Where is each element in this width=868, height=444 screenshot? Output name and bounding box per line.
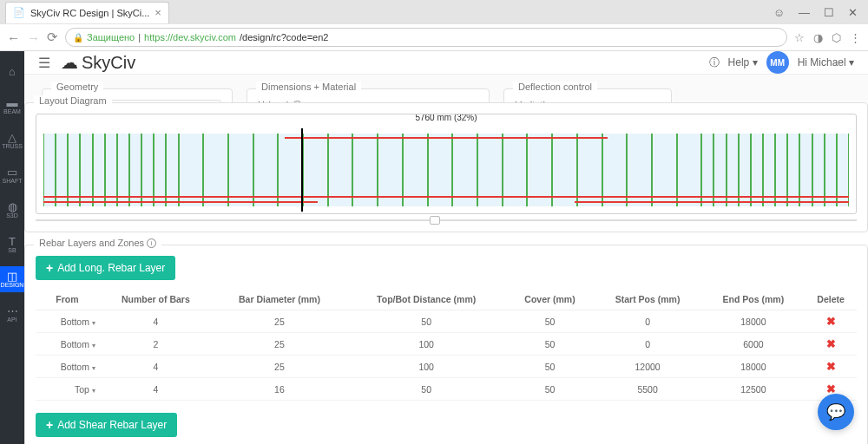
add-long-rebar-button[interactable]: +Add Long. Rebar Layer (36, 256, 175, 280)
table-row[interactable]: Bottom▾4255050018000✖ (36, 310, 857, 333)
forward-icon[interactable]: → (27, 30, 40, 45)
beam-icon: ▬ (7, 97, 18, 108)
panel-title: Dimensions + Material (256, 82, 361, 92)
panel-title: Deflection control (513, 82, 597, 92)
tab-title: SkyCiv RC Design | SkyCi... (30, 8, 149, 18)
browser-chrome: 📄 SkyCiv RC Design | SkyCi... × ☺ — ☐ ✕ … (0, 0, 868, 51)
back-icon[interactable]: ← (7, 30, 20, 45)
maximize-icon[interactable]: ☐ (824, 6, 834, 19)
user-icon[interactable]: ☺ (773, 6, 785, 19)
panel-title: Geometry (51, 82, 103, 92)
help-link[interactable]: Help ▾ (728, 56, 758, 69)
chat-icon: 💬 (826, 402, 845, 421)
table-header: From (36, 289, 99, 310)
sidebar-item-api[interactable]: ⋯API (0, 301, 24, 327)
avatar[interactable]: MM (766, 51, 789, 74)
delete-icon[interactable]: ✖ (826, 360, 836, 373)
sidebar-item-design[interactable]: ◫DESIGN (0, 266, 24, 292)
topbar: ☰ ☁SkyCiv ⓘ Help ▾ MM Hi Michael ▾ (24, 51, 868, 75)
table-row[interactable]: Bottom▾2251005006000✖ (36, 333, 857, 356)
s3d-icon: ◍ (8, 201, 17, 212)
sidebar: ⌂ ▬BEAM △TRUSS ▭SHAFT ◍S3D TSB ◫DESIGN ⋯… (0, 51, 24, 444)
dimensions-panel: Dimensions + Material H (mm)i B (mm)i Co… (247, 88, 490, 102)
menu-icon[interactable]: ⋮ (850, 31, 861, 44)
chat-bubble[interactable]: 💬 (818, 394, 854, 430)
deflection-panel: Deflection control Limitation L/250▾ Loa… (503, 88, 672, 102)
sidebar-item-truss[interactable]: △TRUSS (0, 127, 24, 153)
browser-tab[interactable]: 📄 SkyCiv RC Design | SkyCi... × (5, 2, 169, 23)
design-icon: ◫ (7, 271, 17, 282)
long-rebar-table: FromNumber of BarsBar Diameter (mm)Top/B… (36, 289, 857, 401)
marker-label: 5760 mm (32%) (415, 114, 477, 122)
info-icon[interactable]: i (147, 238, 156, 248)
layout-canvas[interactable]: 5760 mm (32%) (36, 114, 857, 214)
sidebar-item-s3d[interactable]: ◍S3D (0, 197, 24, 223)
ext-icon[interactable]: ◑ (813, 31, 823, 44)
sidebar-item-beam[interactable]: ▬BEAM (0, 93, 24, 119)
url-host: https://dev.skyciv.com (144, 32, 236, 42)
table-row[interactable]: Bottom▾425100501200018000✖ (36, 356, 857, 378)
shaft-icon: ▭ (7, 166, 17, 178)
sidebar-item-shaft[interactable]: ▭SHAFT (0, 162, 24, 188)
minimize-icon[interactable]: — (799, 6, 810, 19)
rebar-panel: Rebar Layers and Zonesi +Add Long. Rebar… (24, 245, 868, 444)
window-controls: ☺ — ☐ ✕ (773, 6, 868, 19)
tab-bar: 📄 SkyCiv RC Design | SkyCi... × ☺ — ☐ ✕ (0, 0, 868, 24)
plus-icon: + (46, 418, 53, 432)
table-header: Number of Bars (99, 289, 213, 310)
table-header: Top/Bot Distance (mm) (346, 289, 507, 310)
cloud-icon: ☁ (61, 52, 78, 73)
tab-favicon: 📄 (13, 7, 25, 18)
brand-logo[interactable]: ☁SkyCiv (61, 52, 135, 73)
add-shear-rebar-button[interactable]: +Add Shear Rebar Layer (36, 413, 177, 437)
user-menu[interactable]: Hi Michael ▾ (798, 56, 854, 69)
layout-slider[interactable] (36, 219, 857, 221)
sb-icon: T (9, 236, 16, 247)
lock-icon: 🔒 (73, 33, 83, 42)
truss-icon: △ (8, 132, 16, 143)
delete-icon[interactable]: ✖ (826, 337, 836, 350)
home-icon: ⌂ (9, 66, 16, 77)
url-input[interactable]: 🔒 Защищено | https://dev.skyciv.com/desi… (65, 28, 787, 47)
sidebar-item-home[interactable]: ⌂ (0, 58, 24, 84)
address-bar: ← → ⟳ 🔒 Защищено | https://dev.skyciv.co… (0, 24, 868, 50)
url-path: /design/rc?code=en2 (240, 32, 328, 42)
shield-icon[interactable]: ⬡ (832, 31, 841, 44)
panel-title: Layout Diagram (34, 95, 112, 106)
api-icon: ⋯ (7, 305, 18, 317)
panel-title: Rebar Layers and Zonesi (34, 238, 161, 248)
help-icon: ⓘ (709, 56, 720, 70)
delete-icon[interactable]: ✖ (826, 315, 836, 328)
table-row[interactable]: Top▾4165050550012500✖ (36, 378, 857, 401)
position-marker[interactable] (301, 128, 303, 212)
table-header: Delete (805, 289, 857, 310)
secure-label: Защищено (87, 32, 135, 42)
table-header: Bar Diameter (mm) (213, 289, 346, 310)
table-header: End Pos (mm) (702, 289, 806, 310)
layout-diagram-panel: Layout Diagram 5760 mm (32%) (24, 102, 868, 232)
reload-icon[interactable]: ⟳ (47, 29, 58, 45)
close-tab-icon[interactable]: × (155, 6, 161, 19)
star-icon[interactable]: ☆ (794, 31, 805, 44)
hamburger-icon[interactable]: ☰ (38, 55, 50, 71)
table-header: Start Pos (mm) (594, 289, 702, 310)
close-window-icon[interactable]: ✕ (848, 6, 858, 19)
sidebar-item-sb[interactable]: TSB (0, 232, 24, 258)
plus-icon: + (46, 261, 53, 275)
table-header: Cover (mm) (506, 289, 593, 310)
